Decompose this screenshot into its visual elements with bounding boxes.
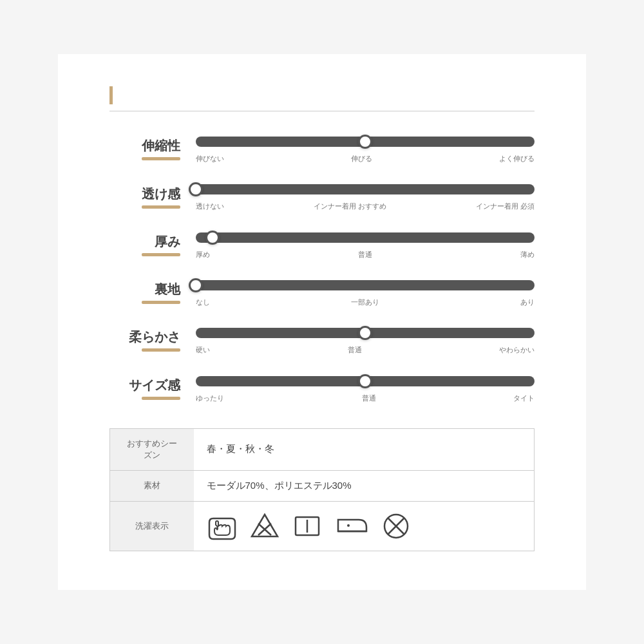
slider-label-underline-softness: [142, 348, 180, 352]
slider-track-labels-transparency: 透けないインナー着用 おすすめインナー着用 必須: [196, 202, 535, 211]
slider-label-text-softness: 柔らかさ: [109, 328, 180, 346]
slider-track-col-size: ゆったり普通タイト: [196, 374, 535, 402]
slider-row-lining: 裏地なし一部ありあり: [109, 278, 535, 307]
slider-track-col-thickness: 厚め普通薄め: [196, 231, 535, 259]
slider-track-label: なし: [196, 298, 210, 307]
slider-label-col-lining: 裏地: [109, 281, 180, 304]
slider-label-underline-stretch: [142, 157, 180, 160]
laundry-value: [194, 501, 535, 551]
slider-thumb-softness: [358, 326, 372, 340]
laundry-icons-container: [207, 511, 522, 542]
slider-track-label: 硬い: [196, 345, 210, 354]
slider-row-size: サイズ感ゆったり普通タイト: [109, 374, 535, 402]
slider-track-bg-lining: [196, 280, 535, 290]
slider-track-label: タイト: [513, 393, 535, 402]
slider-track-wrapper-stretch: [196, 135, 535, 149]
svg-point-5: [347, 524, 350, 527]
dry-flat-icon: [292, 511, 323, 542]
slider-track-labels-stretch: 伸びない伸びるよく伸びる: [196, 154, 535, 163]
material-value: モーダル70%、ポリエステル30%: [194, 470, 535, 501]
slider-track-col-transparency: 透けないインナー着用 おすすめインナー着用 必須: [196, 182, 535, 211]
slider-track-label: 普通: [358, 250, 372, 259]
slider-thumb-lining: [189, 278, 203, 292]
slider-track-wrapper-transparency: [196, 182, 535, 196]
section-header: [109, 86, 535, 111]
slider-thumb-stretch: [358, 135, 372, 149]
slider-track-labels-thickness: 厚め普通薄め: [196, 250, 535, 259]
slider-track-bg-transparency: [196, 184, 535, 194]
slider-label-underline-lining: [142, 301, 180, 304]
hand-wash-icon: [207, 511, 238, 542]
slider-track-label: インナー着用 必須: [476, 202, 535, 211]
slider-thumb-size: [358, 374, 372, 388]
no-bleach-icon: [249, 511, 280, 542]
season-value: 春・夏・秋・冬: [194, 428, 535, 470]
slider-label-text-thickness: 厚み: [109, 233, 180, 251]
laundry-label: 洗濯表示: [110, 501, 194, 551]
material-label: 素材: [110, 470, 194, 501]
slider-label-underline-transparency: [142, 205, 180, 209]
slider-track-wrapper-softness: [196, 326, 535, 340]
iron-low-icon: [334, 511, 369, 542]
slider-track-label: インナー着用 おすすめ: [314, 202, 386, 211]
table-row-laundry: 洗濯表示: [110, 501, 535, 551]
slider-track-labels-lining: なし一部ありあり: [196, 298, 535, 307]
slider-label-col-transparency: 透け感: [109, 185, 180, 209]
slider-track-label: 薄め: [520, 250, 535, 259]
slider-label-col-stretch: 伸縮性: [109, 137, 180, 160]
slider-track-labels-size: ゆったり普通タイト: [196, 393, 535, 402]
title-accent-bar: [109, 86, 113, 104]
slider-track-label: 厚め: [196, 250, 210, 259]
slider-label-text-stretch: 伸縮性: [109, 137, 180, 155]
slider-label-col-softness: 柔らかさ: [109, 328, 180, 352]
slider-row-transparency: 透け感透けないインナー着用 おすすめインナー着用 必須: [109, 182, 535, 211]
slider-thumb-transparency: [189, 182, 203, 196]
slider-label-underline-thickness: [142, 253, 180, 256]
slider-label-underline-size: [142, 397, 180, 400]
slider-track-label: 普通: [348, 345, 362, 354]
slider-track-label: ゆったり: [196, 393, 224, 402]
slider-track-label: 伸びる: [351, 154, 372, 163]
slider-track-label: 一部あり: [351, 298, 379, 307]
table-row-material: 素材 モーダル70%、ポリエステル30%: [110, 470, 535, 501]
slider-track-label: やわらかい: [499, 345, 535, 354]
table-row-season: おすすめシーズン 春・夏・秋・冬: [110, 428, 535, 470]
slider-label-text-transparency: 透け感: [109, 185, 180, 203]
slider-track-col-stretch: 伸びない伸びるよく伸びる: [196, 135, 535, 163]
slider-track-wrapper-size: [196, 374, 535, 388]
slider-label-col-thickness: 厚み: [109, 233, 180, 256]
info-table: おすすめシーズン 春・夏・秋・冬 素材 モーダル70%、ポリエステル30% 洗濯…: [109, 428, 535, 551]
no-tumble-dry-icon: [381, 511, 412, 542]
sliders-area: 伸縮性伸びない伸びるよく伸びる透け感透けないインナー着用 おすすめインナー着用 …: [109, 135, 535, 402]
slider-track-labels-softness: 硬い普通やわらかい: [196, 345, 535, 354]
slider-track-bg-thickness: [196, 232, 535, 243]
season-label: おすすめシーズン: [110, 428, 194, 470]
slider-track-wrapper-thickness: [196, 231, 535, 245]
slider-label-col-size: サイズ感: [109, 377, 180, 400]
slider-track-label: 透けない: [196, 202, 224, 211]
slider-row-stretch: 伸縮性伸びない伸びるよく伸びる: [109, 135, 535, 163]
slider-track-label: よく伸びる: [499, 154, 535, 163]
slider-track-label: 伸びない: [196, 154, 224, 163]
slider-track-wrapper-lining: [196, 278, 535, 292]
slider-row-thickness: 厚み厚め普通薄め: [109, 231, 535, 259]
slider-track-col-softness: 硬い普通やわらかい: [196, 326, 535, 354]
slider-label-text-lining: 裏地: [109, 281, 180, 298]
detail-information-card: 伸縮性伸びない伸びるよく伸びる透け感透けないインナー着用 おすすめインナー着用 …: [58, 54, 586, 590]
slider-thumb-thickness: [205, 231, 220, 245]
slider-track-label: あり: [520, 298, 535, 307]
slider-label-text-size: サイズ感: [109, 377, 180, 394]
slider-track-label: 普通: [362, 393, 376, 402]
slider-row-softness: 柔らかさ硬い普通やわらかい: [109, 326, 535, 354]
slider-track-col-lining: なし一部ありあり: [196, 278, 535, 307]
